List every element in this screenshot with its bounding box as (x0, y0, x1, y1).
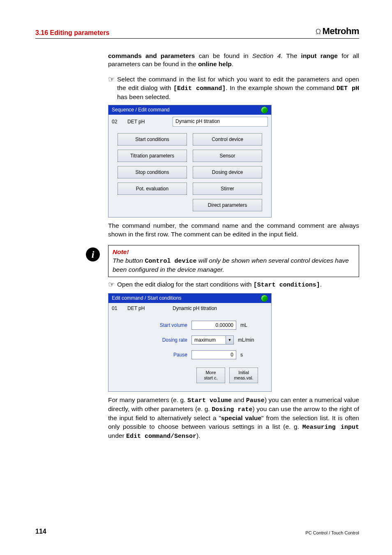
start-conditions-button[interactable]: Start conditions (118, 133, 187, 146)
f-t2: and (232, 396, 246, 403)
dialog-footer: More start c. Initial meas.val. (113, 359, 266, 387)
section-title: 3.16 Editing parameters (35, 29, 110, 37)
control-device-button[interactable]: Control device (193, 133, 262, 146)
step-1-text: Select the command in the list for which… (117, 75, 359, 102)
intro-bold1: commands and parameters (108, 52, 195, 59)
note-body: The button Control device will only be s… (113, 257, 349, 273)
s2-code: [Start conditions] (254, 282, 320, 289)
note-block: i Note! The button Control device will o… (108, 245, 359, 277)
direct-parameters-button[interactable]: Direct parameters (193, 199, 262, 211)
command-name: DET pH (127, 118, 168, 125)
s2-pre: Open the edit dialog for the start condi… (117, 281, 254, 288)
intro-t2: . The (281, 52, 301, 59)
f-b1: special value (221, 414, 261, 421)
intro-t1: can be found in (195, 52, 252, 59)
f-c1: Start volume (187, 397, 232, 404)
f-t6: under (108, 432, 126, 439)
footer-right: PC Control / Touch Control (305, 530, 359, 535)
f-t7: ). (196, 432, 200, 439)
pot-evaluation-button[interactable]: Pot. evaluation (118, 183, 187, 195)
pause-unit: s (240, 352, 243, 358)
command-name: DET pH (127, 305, 168, 312)
start-volume-row: Start volume 0.00000 mL (113, 321, 266, 330)
intro-bold3: online help (198, 60, 232, 67)
status-dot-icon (261, 295, 268, 302)
step-1: ☞ Select the command in the list for whi… (108, 75, 359, 102)
f-t1: For many parameters (e. g. (108, 396, 187, 403)
start-volume-unit: mL (240, 322, 247, 328)
form-body: Start volume 0.00000 mL Dosing rate maxi… (108, 312, 271, 391)
command-desc: Dynamic pH titration (173, 305, 217, 312)
note-code: Control device (145, 258, 196, 265)
f-c3: Dosing rate (212, 406, 252, 413)
content-column: commands and parameters can be found in … (108, 45, 359, 447)
s2-post: . (320, 281, 322, 288)
more-startc-button[interactable]: More start c. (196, 368, 225, 383)
pointer-icon: ☞ (108, 280, 117, 289)
f-c4: Measuring input (302, 424, 359, 431)
page: 3.16 Editing parameters Ω Metrohm comman… (0, 0, 392, 555)
pause-label: Pause (113, 352, 191, 358)
pointer-icon: ☞ (108, 75, 117, 84)
pause-row: Pause 0 s (113, 350, 266, 359)
dosing-rate-value: maximum (194, 337, 216, 343)
note-pre: The button (113, 257, 145, 264)
brand-text: Metrohm (323, 26, 359, 37)
dialog-titlebar: Sequence / Edit command (108, 105, 271, 115)
stirrer-button[interactable]: Stirrer (193, 183, 262, 195)
ohm-icon: Ω (316, 28, 321, 36)
s1-post: has been selected. (117, 93, 171, 100)
command-comment-input[interactable]: Dynamic pH titration (173, 117, 268, 127)
intro-paragraph: commands and parameters can be found in … (108, 52, 359, 69)
page-number: 114 (35, 528, 46, 535)
start-conditions-dialog: Edit command / Start conditions 01 DET p… (108, 293, 272, 392)
f-c2: Pause (246, 397, 265, 404)
edit-command-dialog: Sequence / Edit command 02 DET pH Dynami… (108, 105, 272, 217)
start-volume-label: Start volume (113, 322, 191, 328)
after-panel1-text: The command number, the command name and… (108, 222, 359, 239)
s1-code2: DET pH (337, 85, 359, 92)
titration-parameters-button[interactable]: Titration parameters (118, 150, 187, 162)
info-icon: i (86, 247, 100, 261)
brand-logo: Ω Metrohm (316, 26, 359, 37)
dialog-titlebar: Edit command / Start conditions (108, 294, 271, 303)
chevron-down-icon[interactable]: ▼ (226, 336, 233, 344)
start-volume-input[interactable]: 0.00000 (191, 321, 236, 330)
f-c5: Edit command/Sensor (126, 433, 196, 440)
command-number: 02 (112, 118, 123, 125)
sensor-button[interactable]: Sensor (193, 150, 262, 162)
dosing-rate-select[interactable]: maximum ▼ (191, 335, 234, 345)
dialog-title: Edit command / Start conditions (112, 295, 181, 301)
note-box: Note! The button Control device will onl… (108, 245, 359, 277)
command-header-row: 02 DET pH Dynamic pH titration (108, 115, 271, 131)
intro-period: . (232, 60, 233, 67)
dosing-rate-unit: mL/min (238, 337, 254, 343)
command-number: 01 (112, 305, 123, 312)
section-ref: Section 4 (252, 52, 281, 59)
s1-mid: . In the example shown the command (226, 84, 337, 91)
s1-code1: [Edit command] (173, 85, 226, 92)
dosing-device-button[interactable]: Dosing device (193, 166, 262, 178)
dosing-rate-label: Dosing rate (113, 337, 191, 343)
dosing-rate-row: Dosing rate maximum ▼ mL/min (113, 335, 266, 345)
initial-measval-button[interactable]: Initial meas.val. (229, 368, 258, 383)
stop-conditions-button[interactable]: Stop conditions (118, 166, 187, 178)
command-header-row: 01 DET pH Dynamic pH titration (108, 303, 271, 312)
intro-bold2: input range (301, 52, 338, 59)
page-header: 3.16 Editing parameters Ω Metrohm (35, 26, 359, 39)
step-2-text: Open the edit dialog for the start condi… (117, 280, 359, 289)
command-button-grid: Start conditions Control device Titratio… (108, 131, 271, 217)
dialog-title: Sequence / Edit command (112, 106, 170, 113)
pause-input[interactable]: 0 (191, 350, 236, 359)
final-paragraph: For many parameters (e. g. Start volume … (108, 396, 359, 441)
note-heading: Note! (113, 248, 129, 255)
status-dot-icon (261, 106, 268, 113)
step-2: ☞ Open the edit dialog for the start con… (108, 280, 359, 289)
